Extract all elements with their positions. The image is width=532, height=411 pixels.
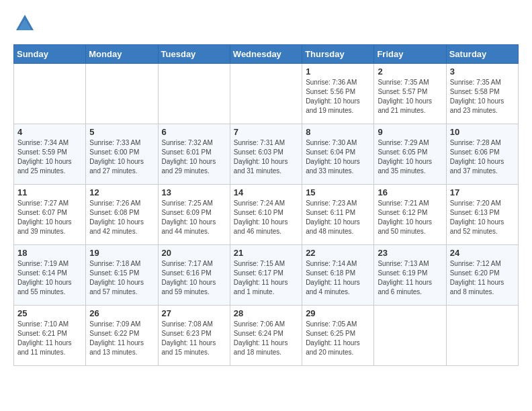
calendar-cell: 8Sunrise: 7:30 AMSunset: 6:04 PMDaylight… [302,124,374,185]
calendar-cell: 10Sunrise: 7:28 AMSunset: 6:06 PMDayligh… [446,124,518,185]
day-number: 3 [450,66,515,77]
header-row: SundayMondayTuesdayWednesdayThursdayFrid… [14,45,519,64]
calendar-cell: 28Sunrise: 7:06 AMSunset: 6:24 PMDayligh… [230,306,302,366]
day-number: 1 [306,66,370,77]
day-info: Sunrise: 7:28 AMSunset: 6:06 PMDaylight:… [450,138,515,176]
day-info: Sunrise: 7:24 AMSunset: 6:10 PMDaylight:… [234,199,298,236]
day-number: 26 [89,308,154,318]
day-number: 11 [17,187,82,197]
day-number: 21 [234,248,298,258]
logo-icon [15,13,35,34]
day-number: 23 [378,248,442,258]
day-info: Sunrise: 7:15 AMSunset: 6:17 PMDaylight:… [234,259,298,297]
calendar-cell: 11Sunrise: 7:27 AMSunset: 6:07 PMDayligh… [14,185,86,245]
calendar-cell: 19Sunrise: 7:18 AMSunset: 6:15 PMDayligh… [86,245,158,306]
day-number: 19 [89,248,154,258]
calendar-cell: 15Sunrise: 7:23 AMSunset: 6:11 PMDayligh… [302,185,374,245]
day-number: 27 [162,308,226,318]
calendar-cell: 1Sunrise: 7:36 AMSunset: 5:56 PMDaylight… [302,64,374,124]
day-header-thursday: Thursday [302,45,374,64]
calendar-cell: 18Sunrise: 7:19 AMSunset: 6:14 PMDayligh… [14,245,86,306]
calendar-cell: 22Sunrise: 7:14 AMSunset: 6:18 PMDayligh… [302,245,374,306]
day-number: 28 [234,308,298,318]
page-header [13,13,519,38]
day-info: Sunrise: 7:25 AMSunset: 6:09 PMDaylight:… [162,199,226,236]
calendar-cell: 25Sunrise: 7:10 AMSunset: 6:21 PMDayligh… [14,306,86,366]
day-number: 13 [162,187,226,197]
day-number: 16 [378,187,442,197]
day-info: Sunrise: 7:06 AMSunset: 6:24 PMDaylight:… [234,320,298,357]
day-number: 20 [162,248,226,258]
calendar-cell: 14Sunrise: 7:24 AMSunset: 6:10 PMDayligh… [230,185,302,245]
day-info: Sunrise: 7:17 AMSunset: 6:16 PMDaylight:… [162,259,226,297]
week-row-3: 11Sunrise: 7:27 AMSunset: 6:07 PMDayligh… [14,185,519,245]
day-number: 29 [306,308,370,318]
logo [13,13,32,38]
day-info: Sunrise: 7:30 AMSunset: 6:04 PMDaylight:… [306,138,370,176]
calendar-cell: 5Sunrise: 7:33 AMSunset: 6:00 PMDaylight… [86,124,158,185]
day-header-tuesday: Tuesday [158,45,230,64]
day-info: Sunrise: 7:05 AMSunset: 6:25 PMDaylight:… [306,320,370,357]
day-number: 22 [306,248,370,258]
day-info: Sunrise: 7:34 AMSunset: 5:59 PMDaylight:… [17,138,82,176]
calendar-cell: 13Sunrise: 7:25 AMSunset: 6:09 PMDayligh… [158,185,230,245]
calendar-cell: 12Sunrise: 7:26 AMSunset: 6:08 PMDayligh… [86,185,158,245]
day-number: 9 [378,127,442,137]
calendar-cell: 2Sunrise: 7:35 AMSunset: 5:57 PMDaylight… [374,64,446,124]
day-number: 24 [450,248,515,258]
day-info: Sunrise: 7:31 AMSunset: 6:03 PMDaylight:… [234,138,298,176]
calendar-cell: 26Sunrise: 7:09 AMSunset: 6:22 PMDayligh… [86,306,158,366]
week-row-4: 18Sunrise: 7:19 AMSunset: 6:14 PMDayligh… [14,245,519,306]
calendar-cell: 3Sunrise: 7:35 AMSunset: 5:58 PMDaylight… [446,64,518,124]
day-info: Sunrise: 7:23 AMSunset: 6:11 PMDaylight:… [306,199,370,236]
calendar-cell: 21Sunrise: 7:15 AMSunset: 6:17 PMDayligh… [230,245,302,306]
calendar-cell: 24Sunrise: 7:12 AMSunset: 6:20 PMDayligh… [446,245,518,306]
day-number: 10 [450,127,515,137]
day-info: Sunrise: 7:12 AMSunset: 6:20 PMDaylight:… [450,259,515,297]
day-number: 7 [234,127,298,137]
day-info: Sunrise: 7:21 AMSunset: 6:12 PMDaylight:… [378,199,442,236]
day-number: 6 [162,127,226,137]
day-info: Sunrise: 7:35 AMSunset: 5:57 PMDaylight:… [378,78,442,116]
calendar-cell: 20Sunrise: 7:17 AMSunset: 6:16 PMDayligh… [158,245,230,306]
day-info: Sunrise: 7:19 AMSunset: 6:14 PMDaylight:… [17,259,82,297]
day-info: Sunrise: 7:32 AMSunset: 6:01 PMDaylight:… [162,138,226,176]
calendar-cell: 9Sunrise: 7:29 AMSunset: 6:05 PMDaylight… [374,124,446,185]
calendar-cell: 23Sunrise: 7:13 AMSunset: 6:19 PMDayligh… [374,245,446,306]
calendar-cell: 4Sunrise: 7:34 AMSunset: 5:59 PMDaylight… [14,124,86,185]
day-info: Sunrise: 7:13 AMSunset: 6:19 PMDaylight:… [378,259,442,297]
day-number: 25 [17,308,82,318]
calendar-cell [446,306,518,366]
day-header-wednesday: Wednesday [230,45,302,64]
day-info: Sunrise: 7:18 AMSunset: 6:15 PMDaylight:… [89,259,154,297]
day-number: 5 [89,127,154,137]
day-number: 15 [306,187,370,197]
day-header-monday: Monday [86,45,158,64]
calendar-cell: 29Sunrise: 7:05 AMSunset: 6:25 PMDayligh… [302,306,374,366]
day-info: Sunrise: 7:10 AMSunset: 6:21 PMDaylight:… [17,320,82,357]
day-header-sunday: Sunday [14,45,86,64]
day-number: 4 [17,127,82,137]
calendar-cell [230,64,302,124]
day-number: 12 [89,187,154,197]
calendar-cell: 6Sunrise: 7:32 AMSunset: 6:01 PMDaylight… [158,124,230,185]
calendar-cell: 17Sunrise: 7:20 AMSunset: 6:13 PMDayligh… [446,185,518,245]
day-info: Sunrise: 7:35 AMSunset: 5:58 PMDaylight:… [450,78,515,116]
day-info: Sunrise: 7:27 AMSunset: 6:07 PMDaylight:… [17,199,82,236]
week-row-5: 25Sunrise: 7:10 AMSunset: 6:21 PMDayligh… [14,306,519,366]
day-info: Sunrise: 7:20 AMSunset: 6:13 PMDaylight:… [450,199,515,236]
day-info: Sunrise: 7:26 AMSunset: 6:08 PMDaylight:… [89,199,154,236]
day-number: 14 [234,187,298,197]
day-info: Sunrise: 7:14 AMSunset: 6:18 PMDaylight:… [306,259,370,297]
day-info: Sunrise: 7:09 AMSunset: 6:22 PMDaylight:… [89,320,154,357]
calendar-cell: 27Sunrise: 7:08 AMSunset: 6:23 PMDayligh… [158,306,230,366]
calendar-cell [14,64,86,124]
day-info: Sunrise: 7:36 AMSunset: 5:56 PMDaylight:… [306,78,370,116]
day-info: Sunrise: 7:33 AMSunset: 6:00 PMDaylight:… [89,138,154,176]
day-number: 18 [17,248,82,258]
calendar-cell [158,64,230,124]
day-header-saturday: Saturday [446,45,518,64]
day-number: 2 [378,66,442,77]
day-number: 8 [306,127,370,137]
calendar-cell [374,306,446,366]
